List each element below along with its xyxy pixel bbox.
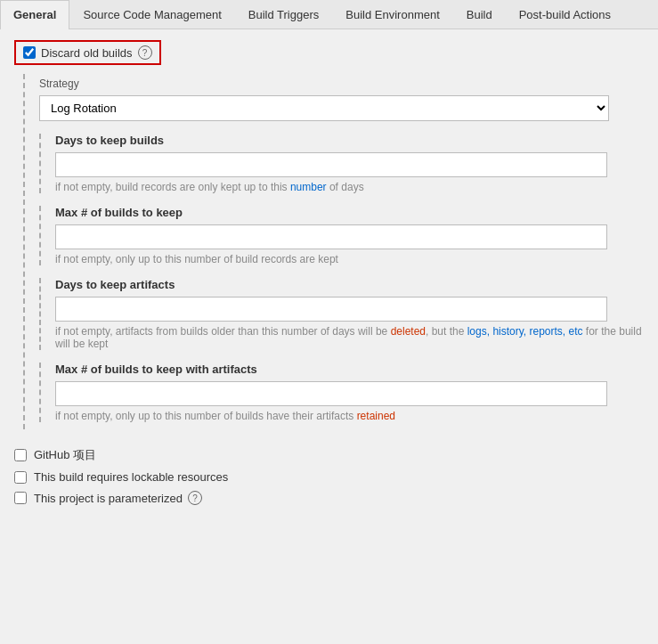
hint-days-keep-builds: if not empty, build records are only kep… [55,181,644,193]
tab-general[interactable]: General [0,0,69,29]
field-group-days-keep-builds: Days to keep builds if not empty, build … [39,134,644,193]
field-group-max-builds-artifacts: Max # of builds to keep with artifacts i… [39,363,644,422]
hint-highlight-logs: logs, history, reports, etc [467,325,583,338]
field-label-max-builds: Max # of builds to keep [55,206,644,219]
hint-max-builds-artifacts: if not empty, only up to this number of … [55,410,644,422]
tab-build-triggers[interactable]: Build Triggers [235,0,332,29]
main-content: Discard old builds ? Strategy Log Rotati… [0,29,658,523]
field-group-max-builds: Max # of builds to keep if not empty, on… [39,206,644,265]
github-project-row: GitHub 项目 [14,447,644,463]
parameterized-checkbox[interactable] [14,492,27,504]
tab-post-build[interactable]: Post-build Actions [506,0,624,29]
lockable-resources-row: This build requires lockable resources [14,470,644,484]
hint-days-artifacts: if not empty, artifacts from builds olde… [55,325,644,350]
github-project-checkbox[interactable] [14,449,27,461]
input-max-builds[interactable] [55,224,607,249]
hint-warn-retained: retained [357,410,395,422]
bottom-checkboxes-section: GitHub 项目 This build requires lockable r… [14,447,644,505]
discard-old-builds-section: Discard old builds ? [14,40,161,65]
tab-bar: General Source Code Management Build Tri… [0,0,658,29]
input-max-builds-artifacts[interactable] [55,381,607,406]
discard-old-builds-label: Discard old builds [41,46,133,60]
field-group-days-artifacts: Days to keep artifacts if not empty, art… [39,278,644,350]
discard-old-builds-checkbox[interactable] [23,46,36,59]
hint-max-builds: if not empty, only up to this number of … [55,253,644,265]
github-project-label: GitHub 项目 [34,447,96,463]
strategy-label: Strategy [39,77,644,90]
tab-build-environment[interactable]: Build Environment [332,0,453,29]
parameterized-help-icon[interactable]: ? [188,491,202,505]
strategy-select[interactable]: Log Rotation [39,95,609,121]
discard-builds-body: Strategy Log Rotation Days to keep build… [23,74,644,429]
lockable-resources-checkbox[interactable] [14,471,27,484]
field-label-days-keep-builds: Days to keep builds [55,134,644,147]
hint-highlight: number [290,181,327,193]
tab-build[interactable]: Build [453,0,506,29]
discard-old-builds-help-icon[interactable]: ? [138,45,152,60]
field-label-days-artifacts: Days to keep artifacts [55,278,644,291]
parameterized-row: This project is parameterized ? [14,491,644,505]
lockable-resources-label: This build requires lockable resources [34,470,228,484]
parameterized-label: This project is parameterized [34,492,183,505]
input-days-keep-builds[interactable] [55,152,607,177]
hint-warn-deleted: deleted [391,325,426,338]
field-label-max-builds-artifacts: Max # of builds to keep with artifacts [55,363,644,376]
tab-scm[interactable]: Source Code Management [69,0,234,29]
input-days-artifacts[interactable] [55,297,607,322]
